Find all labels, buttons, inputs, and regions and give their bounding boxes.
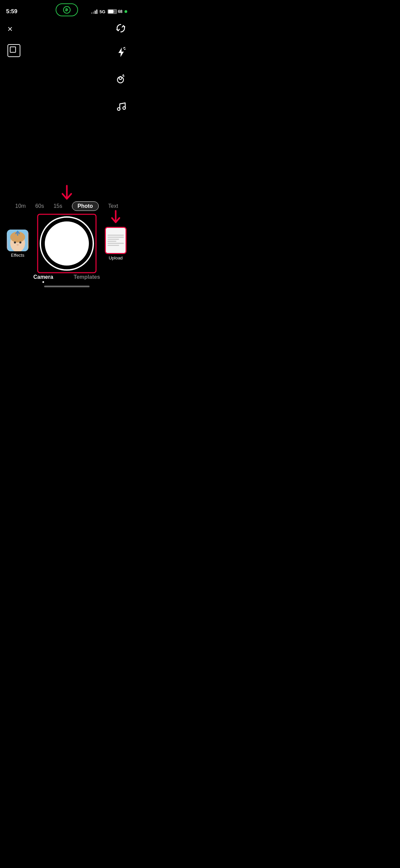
bottom-tabs: Camera Templates: [0, 274, 133, 283]
svg-point-15: [14, 241, 16, 243]
capture-row: Effects: [0, 216, 133, 271]
music-button[interactable]: [116, 101, 126, 114]
battery-fill: [108, 10, 114, 13]
bottom-ui: 10m 60s 15s Photo Text: [0, 184, 133, 289]
svg-line-3: [124, 49, 126, 50]
tab-camera-dot: [42, 281, 44, 283]
active-dot: [125, 10, 127, 13]
signal-bar-4: [96, 10, 97, 14]
network-label: 5G: [99, 9, 105, 14]
main-down-arrow: [60, 184, 74, 201]
upload-line-5: [108, 243, 124, 244]
flip-icon: [116, 23, 126, 33]
status-right: 5G 68: [91, 9, 127, 14]
tab-templates[interactable]: Templates: [74, 274, 100, 283]
close-button[interactable]: ×: [7, 24, 13, 34]
signal-icon: [91, 9, 97, 14]
beauty-button[interactable]: [116, 74, 126, 87]
upload-line-4: [108, 241, 116, 242]
svg-line-2: [123, 47, 125, 48]
duration-photo[interactable]: Photo: [72, 201, 99, 211]
svg-point-1: [66, 10, 67, 11]
tab-camera[interactable]: Camera: [33, 274, 53, 283]
battery-body: [108, 9, 117, 14]
upload-line-6: [108, 245, 119, 246]
svg-point-10: [123, 107, 126, 109]
battery-percent: 68: [118, 9, 122, 14]
shutter-outline: [40, 216, 94, 271]
battery-icon: 68: [108, 9, 122, 14]
svg-point-9: [117, 108, 120, 110]
signal-bar-2: [93, 12, 94, 14]
duration-10m[interactable]: 10m: [15, 203, 26, 209]
signal-bar-3: [95, 11, 96, 14]
music-icon: [116, 101, 126, 111]
battery-tip: [113, 11, 114, 13]
svg-point-17: [17, 244, 19, 246]
effects-face-graphic: [7, 230, 28, 251]
beauty-icon: [116, 74, 126, 84]
flash-icon: [116, 47, 126, 58]
status-bar: 5:59 5G 68: [0, 0, 133, 18]
effects-button[interactable]: Effects: [7, 230, 28, 258]
aspect-ratio-button[interactable]: [7, 44, 20, 57]
aspect-ratio-icon: [7, 44, 20, 57]
upload-thumbnail: [105, 227, 127, 254]
upload-line-3: [108, 239, 119, 240]
shutter-area: [40, 216, 94, 271]
status-time: 5:59: [6, 8, 17, 15]
flip-camera-button[interactable]: [116, 23, 126, 36]
duration-15s[interactable]: 15s: [54, 203, 62, 209]
upload-down-arrow: [110, 210, 121, 225]
upload-button[interactable]: Upload: [105, 227, 127, 260]
tiktok-icon: [63, 6, 71, 14]
upload-line-1: [108, 235, 124, 236]
tab-camera-label: Camera: [33, 274, 53, 280]
signal-bar-1: [91, 12, 92, 14]
duration-60s[interactable]: 60s: [35, 203, 44, 209]
svg-point-7: [123, 75, 124, 76]
home-indicator: [44, 286, 90, 287]
upload-label: Upload: [109, 255, 122, 260]
upload-line-2: [108, 237, 124, 238]
effects-label: Effects: [11, 253, 24, 258]
svg-point-6: [120, 76, 121, 77]
tab-templates-label: Templates: [74, 274, 100, 280]
duration-text[interactable]: Text: [108, 203, 118, 209]
svg-point-16: [19, 241, 21, 243]
tiktok-logo-area: [56, 3, 78, 16]
effects-thumbnail: [7, 230, 28, 251]
tiktok-logo-pill: [56, 3, 78, 16]
flash-button[interactable]: [116, 47, 126, 60]
